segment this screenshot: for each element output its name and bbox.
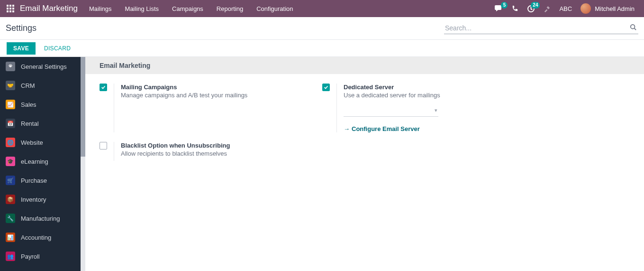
sidebar-item-inventory[interactable]: 📦 Inventory: [0, 190, 85, 209]
setting-title: Blacklist Option when Unsubscribing: [121, 142, 230, 149]
sidebar-item-payroll[interactable]: 👥 Payroll: [0, 247, 85, 266]
sidebar-item-crm[interactable]: 🤝 CRM: [0, 76, 85, 95]
email-server-select[interactable]: [344, 107, 438, 117]
search-input[interactable]: [444, 22, 638, 34]
users-icon: 👥: [6, 252, 15, 261]
user-menu[interactable]: Mitchell Admin: [581, 3, 635, 14]
checkbox-dedicated-server[interactable]: [322, 84, 330, 91]
nav-reporting[interactable]: Reporting: [217, 5, 243, 12]
sidebar-item-label: CRM: [21, 82, 35, 89]
settings-content: Email Marketing Mailing Campaigns Manage…: [85, 57, 644, 271]
sidebar-item-label: Payroll: [21, 253, 40, 260]
handshake-icon: 🤝: [6, 81, 15, 90]
top-navbar: Email Marketing Mailings Mailing Lists C…: [0, 0, 644, 17]
checkbox-blacklist[interactable]: [100, 142, 107, 150]
avatar: [581, 3, 591, 14]
subheader: Settings: [0, 17, 644, 40]
checkbox-mailing-campaigns[interactable]: [100, 84, 107, 91]
cart-icon: 🛒: [6, 176, 15, 185]
save-button[interactable]: SAVE: [7, 42, 36, 55]
wrench-icon: 🔧: [6, 214, 15, 223]
sidebar-item-accounting[interactable]: 📊 Accounting: [0, 228, 85, 247]
chart-icon: 📈: [6, 100, 15, 109]
action-bar: SAVE DISCARD: [0, 40, 644, 57]
sidebar-item-purchase[interactable]: 🛒 Purchase: [0, 171, 85, 190]
clock-badge: 24: [531, 2, 540, 9]
box-icon: 📦: [6, 195, 15, 204]
sidebar-item-label: eLearning: [21, 158, 48, 165]
settings-sidebar: General Settings 🤝 CRM 📈 Sales 📅 Rental …: [0, 57, 85, 271]
sidebar-item-sales[interactable]: 📈 Sales: [0, 95, 85, 114]
sidebar-item-manufacturing[interactable]: 🔧 Manufacturing: [0, 209, 85, 228]
nav-campaigns[interactable]: Campaigns: [172, 5, 203, 12]
discard-button[interactable]: DISCARD: [44, 45, 71, 52]
chat-icon[interactable]: 5: [494, 5, 503, 12]
topbar-right: 5 24 ABC Mitchell Admin: [494, 0, 644, 17]
setting-blacklist: Blacklist Option when Unsubscribing Allo…: [100, 142, 294, 161]
settings-row-2: Blacklist Option when Unsubscribing Allo…: [85, 142, 644, 170]
chat-badge: 5: [501, 2, 508, 9]
setting-desc: Allow recipients to blacklist themselves: [121, 150, 230, 157]
svg-rect-5: [12, 8, 14, 9]
configure-email-server-link[interactable]: Configure Email Server: [352, 125, 420, 132]
sidebar-item-label: General Settings: [21, 63, 67, 70]
nav-menu: Mailings Mailing Lists Campaigns Reporti…: [89, 5, 293, 12]
setting-title: Dedicated Server: [344, 84, 440, 91]
svg-rect-7: [9, 10, 11, 12]
svg-rect-2: [12, 5, 14, 7]
tools-icon[interactable]: [544, 5, 551, 12]
svg-rect-1: [9, 5, 11, 7]
svg-point-10: [631, 25, 635, 29]
globe-icon: 🌐: [6, 138, 15, 147]
section-heading: Email Marketing: [85, 57, 644, 74]
setting-desc: Manage campaigns and A/B test your maili…: [121, 92, 247, 99]
settings-row-1: Mailing Campaigns Manage campaigns and A…: [85, 74, 644, 142]
gear-icon: [6, 62, 15, 71]
company-selector[interactable]: ABC: [559, 5, 572, 12]
nav-mailing-lists[interactable]: Mailing Lists: [125, 5, 159, 12]
setting-mailing-campaigns: Mailing Campaigns Manage campaigns and A…: [100, 84, 294, 132]
sidebar-scrollbar[interactable]: [81, 57, 85, 271]
clock-icon[interactable]: 24: [527, 5, 535, 13]
sidebar-item-website[interactable]: 🌐 Website: [0, 133, 85, 152]
setting-desc: Use a dedicated server for mailings: [344, 92, 440, 99]
setting-dedicated-server: Dedicated Server Use a dedicated server …: [322, 84, 517, 132]
sidebar-item-label: Sales: [21, 101, 36, 108]
calendar-icon: 📅: [6, 119, 15, 128]
svg-rect-3: [7, 8, 9, 9]
sidebar-item-label: Manufacturing: [21, 215, 60, 222]
nav-configuration[interactable]: Configuration: [256, 5, 293, 12]
sidebar-item-rental[interactable]: 📅 Rental: [0, 114, 85, 133]
sidebar-item-label: Inventory: [21, 196, 46, 203]
user-name: Mitchell Admin: [595, 5, 635, 12]
svg-rect-8: [12, 10, 14, 12]
ledger-icon: 📊: [6, 233, 15, 242]
phone-icon[interactable]: [511, 5, 518, 12]
sidebar-item-label: Accounting: [21, 234, 51, 241]
app-brand[interactable]: Email Marketing: [20, 4, 78, 13]
svg-rect-6: [7, 10, 9, 12]
sidebar-item-label: Website: [21, 139, 43, 146]
search-icon[interactable]: [630, 24, 636, 30]
svg-rect-0: [7, 5, 9, 7]
sidebar-item-general-settings[interactable]: General Settings: [0, 57, 85, 76]
app-switcher-icon[interactable]: [6, 4, 15, 13]
page-title: Settings: [6, 23, 36, 33]
sidebar-item-elearning[interactable]: 🎓 eLearning: [0, 152, 85, 171]
sidebar-item-label: Purchase: [21, 177, 47, 184]
search-wrap: [444, 22, 638, 34]
svg-rect-4: [9, 8, 11, 9]
setting-title: Mailing Campaigns: [121, 84, 247, 91]
sidebar-item-label: Rental: [21, 120, 39, 127]
nav-mailings[interactable]: Mailings: [89, 5, 112, 12]
main: General Settings 🤝 CRM 📈 Sales 📅 Rental …: [0, 57, 644, 271]
book-icon: 🎓: [6, 157, 15, 166]
arrow-right-icon: →: [344, 125, 350, 132]
